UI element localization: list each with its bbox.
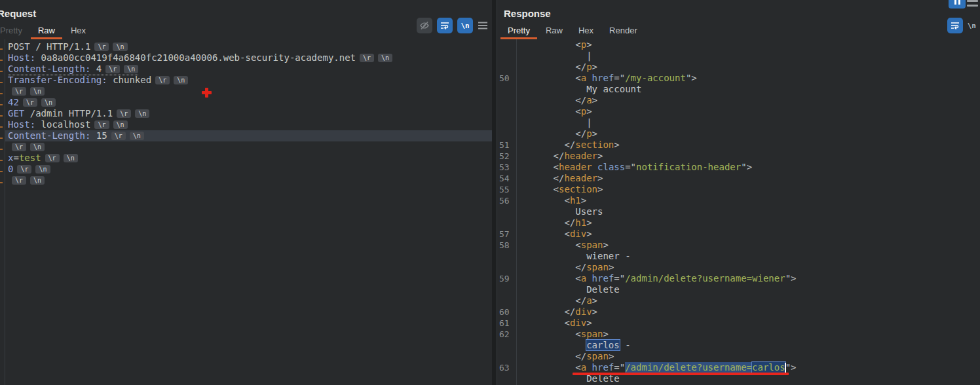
code-line[interactable]: </header> — [516, 151, 603, 162]
code-line[interactable]: <p> — [516, 39, 592, 50]
code-line[interactable]: </h1> — [516, 217, 592, 229]
request-line[interactable]: 42\r\n — [8, 97, 492, 108]
line-number: 51 — [497, 139, 516, 151]
newline-label: \n — [968, 22, 976, 30]
code-line[interactable]: <div> — [516, 229, 592, 240]
crlf-chip: \n — [35, 165, 50, 174]
response-row: | — [497, 117, 980, 128]
request-line[interactable]: x=test\r\n — [8, 153, 492, 164]
pause-button[interactable] — [949, 0, 966, 9]
code-line[interactable]: <header class="notification-header"> — [516, 162, 752, 173]
code-line[interactable]: <a href="/admin/delete?username=wiener"> — [516, 273, 796, 284]
request-line[interactable]: Host: 0a8a00cc0419f4a6840fc21000a40006.w… — [8, 52, 492, 64]
red-plus-marker — [202, 88, 212, 98]
request-line[interactable]: Transfer-Encoding: chunked\r\n — [8, 75, 492, 86]
crlf-chip: \r — [17, 165, 31, 174]
code-line[interactable]: carlos - — [516, 340, 631, 351]
response-row: 54 </header> — [497, 173, 980, 184]
code-line[interactable]: <section> — [516, 184, 603, 195]
code-line[interactable]: <a href="/my-account"> — [516, 73, 697, 84]
newline-toggle-button[interactable]: \n — [457, 18, 473, 33]
tab-raw[interactable]: Raw — [538, 22, 571, 39]
newline-toggle-button[interactable]: \n — [968, 18, 976, 33]
request-editor-menu-button[interactable] — [478, 18, 488, 33]
response-row: </a> — [497, 95, 980, 106]
request-toolbar: \n — [417, 18, 488, 33]
request-line[interactable]: Host: localhost\r\n — [8, 119, 492, 130]
code-line[interactable]: </span> — [516, 351, 614, 362]
eye-slash-icon — [419, 20, 430, 31]
line-number: 63 — [497, 362, 516, 373]
request-line[interactable]: \r\n — [8, 141, 492, 153]
response-row: | — [497, 50, 980, 62]
code-line[interactable]: <span> — [516, 329, 609, 340]
response-row: 55 <section> — [497, 184, 980, 195]
tab-raw[interactable]: Raw — [30, 22, 63, 39]
request-line[interactable]: \r\n — [8, 175, 492, 186]
response-row: Users — [497, 206, 980, 217]
code-line[interactable]: <h1> — [516, 195, 586, 206]
response-row: Delete — [497, 284, 980, 295]
line-number — [497, 95, 516, 106]
code-line[interactable]: | — [516, 117, 592, 128]
line-number — [497, 128, 516, 139]
red-underline-marker — [573, 373, 789, 375]
wrap-lines-button[interactable] — [947, 18, 963, 33]
line-number: 57 — [497, 229, 516, 240]
code-line[interactable]: <a href="/admin/delete?username=carlos"> — [516, 362, 797, 373]
line-number: 56 — [497, 195, 516, 206]
code-line[interactable]: Users — [516, 206, 603, 217]
crlf-chip: \r — [360, 54, 374, 62]
crlf-chip: \r — [94, 120, 109, 129]
request-line[interactable]: Content-Length: 4\r\n — [8, 64, 492, 75]
request-editor[interactable]: POST / HTTP/1.1\r\nHost: 0a8a00cc0419f4a… — [0, 39, 492, 385]
response-row: </a> — [497, 295, 980, 306]
wrap-lines-button[interactable] — [437, 18, 453, 33]
wrap-lines-icon — [440, 22, 449, 29]
code-line[interactable]: Delete — [516, 284, 620, 295]
code-line[interactable]: wiener - — [516, 251, 631, 262]
code-line[interactable]: </div> — [516, 306, 597, 318]
tab-pretty[interactable]: Pretty — [500, 22, 538, 39]
request-line[interactable]: \r\n — [8, 86, 492, 97]
top-menu-button[interactable] — [967, 0, 978, 7]
crlf-chip: \r — [94, 43, 109, 51]
response-row: </p> — [497, 62, 980, 73]
crlf-chip: \n — [41, 98, 56, 107]
response-row: 57 <div> — [497, 229, 980, 240]
code-line[interactable]: </span> — [516, 262, 614, 273]
code-line[interactable]: <span> — [516, 240, 609, 251]
code-line[interactable]: My account — [516, 84, 641, 95]
crlf-chip: \r — [12, 143, 26, 151]
code-line[interactable]: </section> — [516, 139, 620, 151]
crlf-chip: \n — [378, 54, 392, 62]
crlf-chip: \r — [12, 176, 26, 185]
code-line[interactable]: </a> — [516, 295, 597, 306]
response-row: 53 <header class="notification-header"> — [497, 162, 980, 173]
line-number — [497, 340, 516, 351]
tab-hex[interactable]: Hex — [571, 22, 601, 39]
response-editor[interactable]: <p> | </p>50 <a href="/my-account"> My a… — [497, 39, 980, 385]
code-line[interactable]: </p> — [516, 128, 597, 139]
tab-hex[interactable]: Hex — [63, 22, 94, 39]
response-row: 60 </div> — [497, 306, 980, 318]
crlf-chip: \n — [135, 109, 149, 118]
request-line[interactable]: GET /admin HTTP/1.1\r\n — [8, 108, 492, 119]
code-line[interactable]: </header> — [516, 173, 603, 184]
request-line[interactable]: 0\r\n — [8, 164, 492, 175]
crlf-chip: \r — [155, 76, 170, 84]
code-line[interactable]: <p> — [516, 106, 592, 117]
line-number — [497, 117, 516, 128]
response-row: 61 <div> — [497, 318, 980, 329]
code-line[interactable]: </p> — [516, 62, 597, 73]
response-row: My account — [497, 84, 980, 95]
response-row: carlos - — [497, 340, 980, 351]
tab-render[interactable]: Render — [601, 22, 645, 39]
code-line[interactable]: <div> — [516, 318, 592, 329]
code-line[interactable]: | — [516, 50, 592, 62]
request-line[interactable]: Content-Length: 15\r\n — [5, 130, 492, 141]
request-line[interactable]: POST / HTTP/1.1\r\n — [8, 41, 492, 52]
code-line[interactable]: </a> — [516, 95, 597, 106]
tab-pretty[interactable]: Pretty — [0, 22, 30, 39]
eye-slash-button[interactable] — [417, 18, 432, 33]
